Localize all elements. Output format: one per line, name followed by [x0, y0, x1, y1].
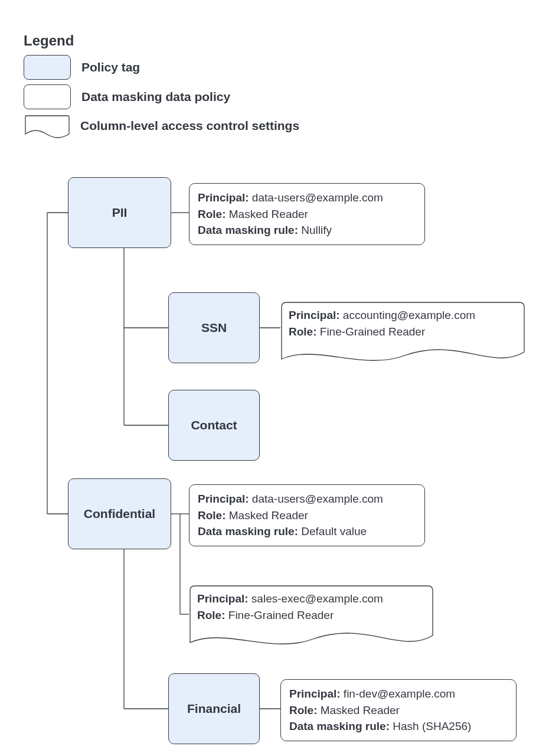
- clacs-conf-role: Role: Fine-Grained Reader: [197, 607, 426, 624]
- policy-conf-rule: Data masking rule: Default value: [198, 523, 416, 540]
- tag-contact-label: Contact: [191, 418, 237, 432]
- tag-financial: Financial: [168, 673, 260, 744]
- policy-financial: Principal: fin-dev@example.com Role: Mas…: [280, 679, 517, 741]
- tag-ssn-label: SSN: [201, 321, 227, 335]
- policy-fin-principal: Principal: fin-dev@example.com: [289, 686, 508, 702]
- clacs-ssn-role: Role: Fine-Grained Reader: [289, 324, 517, 340]
- tag-pii: PII: [68, 177, 171, 248]
- policy-conf-role: Role: Masked Reader: [198, 507, 416, 524]
- policy-pii-principal: Principal: data-users@example.com: [198, 190, 416, 206]
- policy-confidential: Principal: data-users@example.com Role: …: [189, 484, 425, 546]
- policy-fin-role: Role: Masked Reader: [289, 702, 508, 719]
- policy-pii-rule: Data masking rule: Nullify: [198, 222, 416, 239]
- policy-fin-rule: Data masking rule: Hash (SHA256): [289, 718, 508, 735]
- policy-pii: Principal: data-users@example.com Role: …: [189, 183, 425, 245]
- tag-pii-label: PII: [112, 206, 128, 220]
- clacs-conf-principal: Principal: sales-exec@example.com: [197, 591, 426, 607]
- tag-confidential-label: Confidential: [84, 507, 155, 521]
- clacs-confidential: Principal: sales-exec@example.com Role: …: [189, 585, 434, 656]
- tag-ssn: SSN: [168, 292, 260, 363]
- tag-confidential: Confidential: [68, 478, 171, 549]
- clacs-ssn: Principal: accounting@example.com Role: …: [280, 301, 525, 372]
- clacs-ssn-principal: Principal: accounting@example.com: [289, 307, 517, 324]
- diagram-stage: PII Principal: data-users@example.com Ro…: [0, 0, 549, 756]
- policy-conf-principal: Principal: data-users@example.com: [198, 491, 416, 507]
- tag-financial-label: Financial: [187, 702, 241, 716]
- policy-pii-role: Role: Masked Reader: [198, 206, 416, 223]
- tag-contact: Contact: [168, 390, 260, 461]
